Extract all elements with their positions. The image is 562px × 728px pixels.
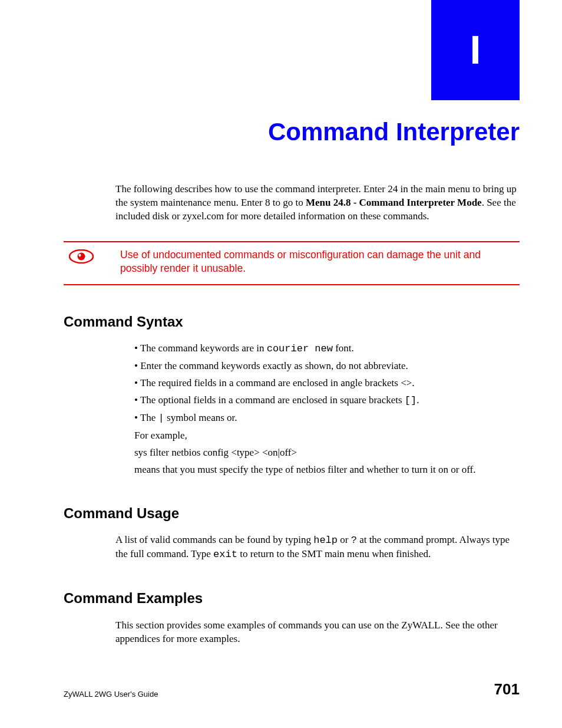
warning-text: Use of undocumented commands or misconfi… (99, 248, 520, 276)
appendix-letter: I (470, 23, 481, 77)
heading-command-examples: Command Examples (64, 589, 520, 608)
mono-text: help (313, 535, 338, 546)
usage-paragraph: A list of valid commands can be found by… (115, 533, 520, 562)
heading-command-usage: Command Usage (64, 504, 520, 523)
list-item: The optional fields in a command are enc… (134, 394, 520, 408)
mono-text: [] (405, 395, 416, 406)
text: The optional fields in a command are enc… (140, 394, 405, 406)
appendix-tab: I (431, 0, 520, 100)
page-title: Command Interpreter (60, 116, 520, 149)
page-footer: ZyWALL 2WG User's Guide 701 (64, 679, 520, 700)
eye-icon (64, 248, 99, 263)
text: The command keywords are in (140, 342, 267, 354)
example-command: sys filter netbios config <type> <on|off… (134, 446, 520, 460)
text: symbol means or. (164, 412, 237, 423)
page-content: The following describes how to use the c… (64, 183, 520, 649)
example-explain: means that you must specify the type of … (134, 463, 520, 477)
list-item: The command keywords are in courier new … (134, 342, 520, 356)
svg-point-2 (79, 253, 81, 256)
warning-rule-bottom (64, 284, 520, 285)
text: font. (333, 342, 354, 354)
svg-point-1 (78, 252, 85, 260)
text: The (140, 412, 158, 423)
text: to return to the SMT main menu when fini… (237, 548, 431, 559)
syntax-list: The command keywords are in courier new … (134, 342, 520, 426)
text: . (416, 394, 419, 406)
examples-paragraph: This section provides some examples of c… (115, 619, 520, 646)
mono-text: | (158, 413, 164, 424)
text: A list of valid commands can be found by… (115, 534, 313, 545)
heading-command-syntax: Command Syntax (64, 312, 520, 331)
intro-paragraph: The following describes how to use the c… (115, 183, 520, 223)
list-item: The | symbol means or. (134, 411, 520, 426)
intro-menu-ref: Menu 24.8 - Command Interpreter Mode (306, 197, 482, 208)
mono-text: exit (213, 549, 237, 560)
text: or (338, 534, 351, 545)
mono-text: courier new (267, 343, 333, 354)
footer-guide-name: ZyWALL 2WG User's Guide (64, 689, 158, 700)
list-item: The required fields in a command are enc… (134, 377, 520, 390)
mono-text: ? (351, 535, 357, 546)
warning-block: Use of undocumented commands or misconfi… (64, 241, 520, 285)
warning-body: Use of undocumented commands or misconfi… (64, 242, 520, 284)
example-intro: For example, (134, 429, 520, 443)
list-item: Enter the command keywords exactly as sh… (134, 360, 520, 373)
footer-page-number: 701 (494, 679, 520, 700)
